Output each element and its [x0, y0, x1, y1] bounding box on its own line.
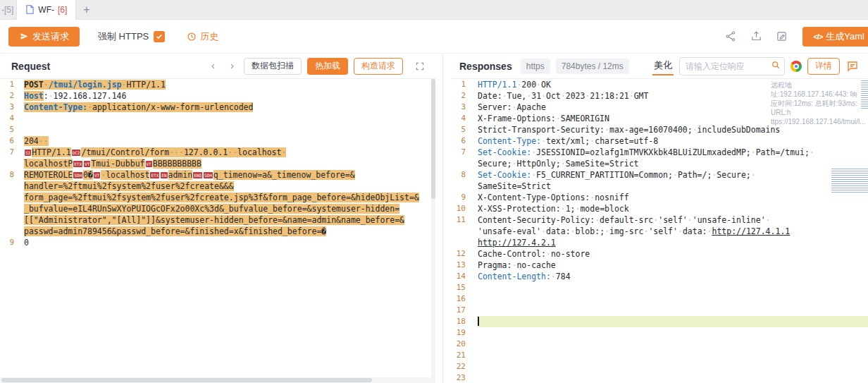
code-line[interactable]: 20 — [451, 339, 868, 350]
message-bubble-icon[interactable] — [845, 59, 860, 73]
force-https-label: 强制 HTTPS — [98, 30, 149, 43]
scrollbar-thumb[interactable] — [1, 378, 372, 382]
line-number: 7 — [0, 147, 24, 158]
stats-badge: 784bytes / 12ms — [556, 59, 629, 74]
chevron-left-icon[interactable] — [207, 60, 220, 73]
protocol-badge: https — [521, 59, 550, 74]
code-line[interactable]: form_page=%2ftmui%2fsystem%2fuser%2fcrea… — [0, 192, 435, 203]
code-line[interactable]: 10X-XSS-Protection:·1;·mode=block — [451, 203, 868, 214]
scrollbar-thumb[interactable] — [431, 79, 435, 199]
code-line[interactable]: 16 — [451, 293, 868, 305]
code-line[interactable]: 5Strict-Transport-Security:·max-age=1607… — [451, 124, 868, 135]
code-line[interactable]: 90 — [0, 237, 435, 248]
code-line[interactable]: 2Date:·Tue,·31·Oct·2023·21:18:21·GMT — [451, 90, 868, 102]
code-line[interactable]: handler=%2ftmui%2fsystem%2fuser%2fcreate… — [0, 181, 435, 192]
code-line[interactable]: localhostPETXVTTmui-DubbufVTBBBBBBBBBB — [0, 158, 435, 169]
code-line[interactable]: 22 — [451, 361, 868, 372]
force-https-toggle[interactable]: 强制 HTTPS — [98, 30, 165, 43]
code-line[interactable]: 14Content-Length:·784 — [451, 271, 868, 282]
fullscreen-icon[interactable] — [413, 59, 427, 73]
line-number: 2 — [0, 90, 24, 102]
code-text: Secure;·HttpOnly;·SameSite=Strict — [478, 158, 868, 169]
code-line[interactable]: 12Cache-Control:·no-store — [451, 248, 868, 260]
code-text — [478, 361, 868, 372]
line-number: 23 — [451, 372, 478, 383]
code-text: form_page=%2ftmui%2fsystem%2fuser%2fcrea… — [24, 192, 435, 203]
code-line[interactable]: 23 — [451, 372, 868, 383]
vertical-scrollbar[interactable] — [431, 79, 435, 383]
code-line[interactable]: 15 — [451, 282, 868, 293]
line-number: 21 — [451, 350, 478, 361]
code-line[interactable]: passwd=admin789456&passwd_before=&finish… — [0, 226, 435, 237]
code-line[interactable]: 8REMOTEROLESOH0�VT·localhostETXENadminEN… — [0, 169, 435, 181]
request-code: 1POST·/tmui/login.jsp·HTTP/1.12Host:·192… — [0, 79, 435, 248]
code-line[interactable]: 21 — [451, 350, 868, 361]
code-text: SameSite=Strict — [478, 181, 868, 192]
line-number — [0, 181, 24, 192]
chrome-icon[interactable] — [790, 61, 802, 72]
tab-overflow-left[interactable]: -[5] — [0, 5, 16, 15]
panel-splitter[interactable] — [435, 54, 451, 383]
code-line[interactable]: 19 — [451, 327, 868, 339]
new-tab-button[interactable]: + — [83, 4, 89, 16]
code-line[interactable]: 1POST·/tmui/login.jsp·HTTP/1.1 — [0, 79, 435, 90]
line-number: 17 — [451, 305, 478, 316]
search-input[interactable] — [679, 57, 785, 75]
code-line[interactable]: 7SIHTTP/1.1DC2/tmui/Control/form···127.0… — [0, 147, 435, 158]
send-request-label: 发送请求 — [32, 30, 69, 43]
export-icon[interactable] — [749, 30, 763, 44]
code-line[interactable]: [["Administrator","[All]"]]&systemuser-h… — [0, 214, 435, 226]
beautify-tab[interactable]: 美化 — [652, 57, 674, 75]
chevron-right-icon[interactable] — [225, 60, 238, 73]
line-number: 22 — [451, 361, 478, 372]
edit-icon[interactable] — [774, 30, 788, 44]
code-line[interactable]: 13Pragma:·no-cache — [451, 260, 868, 271]
code-line[interactable]: http://127.4.2.1 — [451, 237, 868, 248]
response-editor[interactable]: 1HTTP/1.1·200·OK2Date:·Tue,·31·Oct·2023·… — [451, 79, 868, 383]
code-line[interactable]: 4X-Frame-Options:·SAMEORIGIN — [451, 113, 868, 124]
code-line[interactable]: 3Server:·Apache — [451, 102, 868, 113]
code-line[interactable]: 18 — [451, 316, 868, 327]
code-line[interactable]: 3Content-Type:·application/x-www-form-ur… — [0, 102, 435, 113]
code-text: [["Administrator","[All]"]]&systemuser-h… — [24, 214, 435, 226]
code-text: X-Content-Type-Options:·nosniff — [478, 192, 868, 203]
code-text: HTTP/1.1·200·OK — [478, 79, 868, 90]
code-text: 'unsafe-eval'·data:·blob:;·img-src·'self… — [478, 226, 868, 237]
tab-webfuzzer[interactable]: WF-[6] — [16, 0, 76, 20]
share-icon[interactable] — [724, 30, 738, 44]
code-line[interactable]: 2Host:·192.168.127.146 — [0, 90, 435, 102]
code-text: Pragma:·no-cache — [478, 260, 868, 271]
code-line[interactable]: 5 — [0, 124, 435, 135]
send-request-button[interactable]: 发送请求 — [8, 27, 80, 47]
generate-yaml-button[interactable]: </> 生成Yaml — [802, 27, 868, 47]
code-line[interactable]: _bufvalue=eIL4RUnSwXYoPUIOGcOFx2o00Xc%3d… — [0, 203, 435, 214]
code-line[interactable]: 6Content-Type:·text/xml;·charset=utf-8 — [451, 135, 868, 147]
line-number — [451, 237, 478, 248]
code-line[interactable]: 11Content-Security-Policy:·default-src·'… — [451, 214, 868, 226]
request-editor[interactable]: 1POST·/tmui/login.jsp·HTTP/1.12Host:·192… — [0, 79, 435, 383]
code-text — [478, 282, 868, 293]
code-line[interactable]: 8Set-Cookie:·F5_CURRENT_PARTITION=Common… — [451, 169, 868, 181]
packet-scan-button[interactable]: 数据包扫描 — [244, 58, 302, 75]
checkbox-checked-icon[interactable] — [154, 31, 165, 42]
code-text — [478, 316, 868, 327]
code-line[interactable]: 17 — [451, 305, 868, 316]
construct-request-button[interactable]: 构造请求 — [354, 58, 403, 75]
code-line[interactable]: 7Set-Cookie:·JSESSIONID=ozlafg1mTMVKXkbk… — [451, 147, 868, 158]
code-line[interactable]: 6204·· — [0, 135, 435, 147]
code-text: Host:·192.168.127.146 — [24, 90, 435, 102]
code-line[interactable]: 1HTTP/1.1·200·OK — [451, 79, 868, 90]
history-button[interactable]: 历史 — [186, 30, 218, 43]
search-icon[interactable] — [771, 60, 781, 73]
code-line[interactable]: 'unsafe-eval'·data:·blob:;·img-src·'self… — [451, 226, 868, 237]
code-line[interactable]: Secure;·HttpOnly;·SameSite=Strict — [451, 158, 868, 169]
code-line[interactable]: SameSite=Strict — [451, 181, 868, 192]
hot-reload-button[interactable]: 热加载 — [307, 58, 348, 75]
code-text: localhostPETXVTTmui-DubbufVTBBBBBBBBBB — [24, 158, 435, 169]
details-button[interactable]: 详情 — [807, 58, 840, 75]
generate-yaml-label: 生成Yaml — [826, 30, 864, 43]
code-text — [478, 305, 868, 316]
code-line[interactable]: 4 — [0, 113, 435, 124]
code-line[interactable]: 9X-Content-Type-Options:·nosniff — [451, 192, 868, 203]
horizontal-scrollbar[interactable] — [0, 377, 431, 383]
